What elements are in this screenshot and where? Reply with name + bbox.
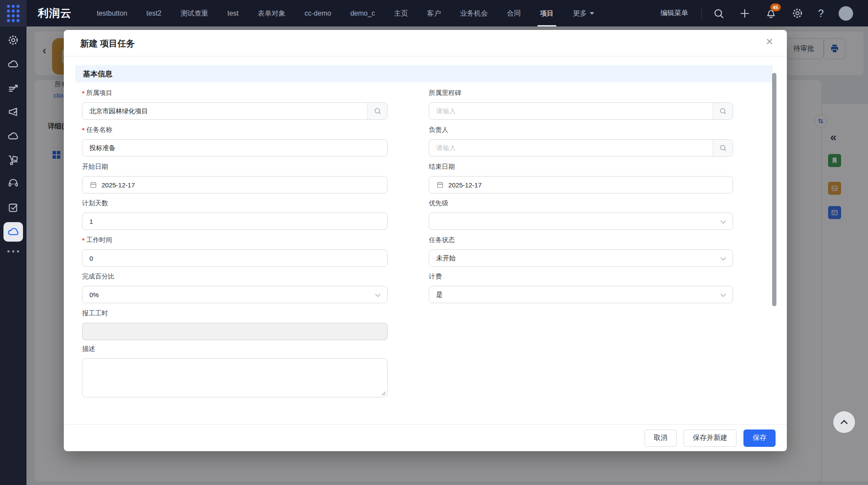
chevron-down-icon [720,292,726,297]
nav-item-opportunity[interactable]: 业务机会 [460,0,488,26]
field-value: 0% [89,291,99,298]
plus-icon[interactable] [739,8,750,19]
field-label: 工作时间 [86,236,112,244]
field-label: 完成百分比 [82,272,115,281]
reported-hours-input-disabled [82,323,388,340]
modal-footer: 取消 保存并新建 保存 [64,424,787,451]
chevron-down-icon [720,255,726,261]
work-time-input[interactable]: 0 [82,249,388,267]
marketing-megaphone-icon[interactable] [7,106,19,118]
nav-item-form-object[interactable]: 表单对象 [258,0,286,26]
priority-select[interactable] [429,213,733,230]
field-billing: 计费 是 [429,272,733,303]
field-label: 所属里程碑 [429,89,461,97]
trend-report-icon[interactable] [7,83,19,95]
nav-item-customer[interactable]: 客户 [427,0,441,26]
field-label: 任务状态 [429,236,455,244]
field-placeholder: 请输入 [436,107,456,115]
field-label: 任务名称 [86,126,112,134]
topbar-divider [701,8,702,19]
field-priority: 优先级 [429,198,733,230]
search-addon-button[interactable] [367,103,387,119]
nav-item-cehui[interactable]: 测试查重 [181,0,208,26]
field-value: 2025-12-17 [448,181,482,189]
scroll-to-top-button[interactable] [833,411,855,433]
field-task-status: 任务状态 未开始 [429,235,733,267]
sidebar-more-dots[interactable] [0,250,26,252]
resize-handle[interactable] [381,390,386,396]
user-avatar[interactable] [838,6,853,21]
field-label: 计划天数 [82,199,108,207]
field-work-time: *工作时间 0 [82,235,388,267]
nav-item-test2[interactable]: test2 [146,0,161,26]
project-input[interactable]: 北京市园林绿化项目 [82,102,388,120]
field-label: 优先级 [429,199,448,207]
nav-item-cc-demo[interactable]: cc-demo [305,0,331,26]
field-start-date: 开始日期 2025-12-17 [82,162,388,193]
search-addon-button[interactable] [713,140,733,156]
field-project: *所属项目 北京市园林绿化项目 [82,88,388,120]
nav-item-test[interactable]: test [227,0,239,26]
field-milestone: 所属里程碑 请输入 [429,88,733,120]
field-label: 负责人 [429,126,448,134]
field-label: 结束日期 [429,163,455,171]
caret-down-icon [590,12,594,15]
notification-bell-icon[interactable]: 45 [765,7,777,19]
planned-days-input[interactable]: 1 [82,213,388,230]
field-label: 描述 [82,345,95,353]
field-value: 是 [436,291,443,299]
description-textarea[interactable] [82,358,388,397]
task-checkbox-icon[interactable] [7,202,19,213]
field-owner: 负责人 请输入 [429,125,733,157]
search-icon[interactable] [713,8,724,19]
section-title: 基本信息 [83,69,112,79]
edit-menu-button[interactable]: 编辑菜单 [661,9,688,18]
cancel-button[interactable]: 取消 [644,429,677,447]
task-status-select[interactable]: 未开始 [429,249,733,267]
support-headset-icon[interactable] [7,177,19,189]
logistics-dolly-icon[interactable] [7,154,19,166]
task-name-input[interactable]: 投标准备 [82,139,388,157]
help-icon[interactable]: ? [818,7,824,20]
nav-item-contract[interactable]: 合同 [507,0,521,26]
start-date-input[interactable]: 2025-12-17 [82,176,388,193]
top-navigation-bar: 利润云 testbutton test2 测试查重 test 表单对象 cc-d… [0,0,868,26]
left-sidebar [0,26,26,485]
chevron-down-icon [720,218,726,224]
owner-input[interactable]: 请输入 [429,139,733,157]
field-label: 开始日期 [82,163,108,171]
end-date-input[interactable]: 2025-12-17 [429,176,733,193]
section-header-basic-info: 基本信息 [75,65,773,82]
app-launcher-button[interactable] [0,0,26,26]
field-value: 2025-12-17 [102,181,135,189]
settings-gear-icon[interactable] [792,7,803,19]
save-button[interactable]: 保存 [743,429,776,447]
billing-select[interactable]: 是 [429,286,733,303]
field-task-name: *任务名称 投标准备 [82,125,388,157]
topbar-icon-group: 45 ? [713,6,868,21]
sidebar-active-cloud-app[interactable] [3,222,23,242]
complete-percent-select[interactable]: 0% [82,286,388,303]
save-and-new-button[interactable]: 保存并新建 [684,429,736,447]
nav-item-testbutton[interactable]: testbutton [97,0,127,26]
nav-item-project-active[interactable]: 项目 [540,0,554,26]
required-asterisk: * [82,236,85,244]
required-asterisk: * [82,89,85,97]
settings-gear-icon[interactable] [7,34,19,46]
cloud-app-icon-2[interactable] [7,131,19,142]
field-label: 计费 [429,272,442,281]
calendar-icon [89,181,97,189]
nav-item-demo-c[interactable]: demo_c [350,0,375,26]
modal-title: 新建 项目任务 [80,38,135,49]
nav-item-home[interactable]: 主页 [394,0,408,26]
modal-scrollbar-thumb[interactable] [772,73,776,306]
cloud-app-icon[interactable] [7,59,19,70]
milestone-input[interactable]: 请输入 [429,102,733,120]
field-value: 北京市园林绿化项目 [89,107,148,115]
field-description: 描述 [82,344,388,397]
nav-item-more[interactable]: 更多 [573,0,594,26]
field-value: 未开始 [436,254,456,262]
search-addon-button[interactable] [713,103,733,119]
field-end-date: 结束日期 2025-12-17 [429,162,733,193]
close-icon[interactable]: × [766,36,773,48]
